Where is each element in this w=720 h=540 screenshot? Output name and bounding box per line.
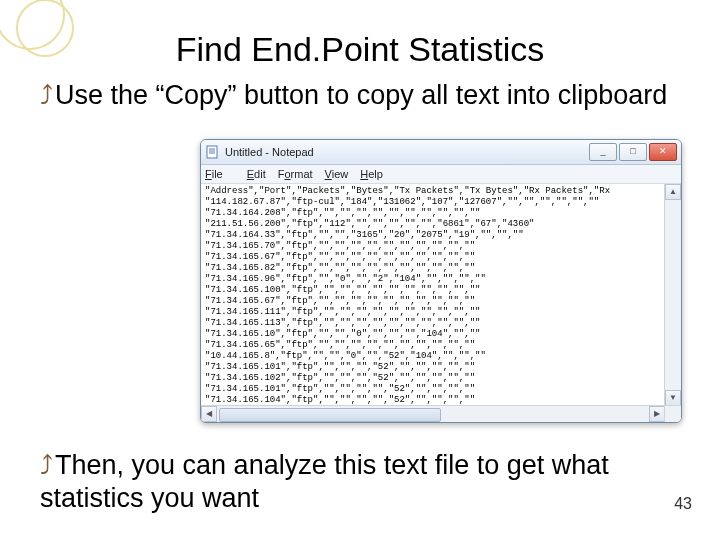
scroll-left-icon[interactable]: ◀ [201, 406, 217, 422]
maximize-button[interactable]: □ [619, 143, 647, 161]
notepad-content: "Address","Port","Packets","Bytes","Tx P… [205, 186, 661, 417]
scroll-down-icon[interactable]: ▼ [665, 390, 681, 406]
menu-edit[interactable]: Edit [247, 168, 266, 180]
slide-title: Find End.Point Statistics [30, 20, 690, 69]
notepad-window: Untitled - Notepad _ □ ✕ File Edit Forma… [200, 139, 682, 423]
scroll-right-icon[interactable]: ▶ [649, 406, 665, 422]
notepad-window-title: Untitled - Notepad [225, 146, 589, 158]
menu-help[interactable]: Help [360, 168, 383, 180]
vertical-scrollbar[interactable]: ▲ ▼ [664, 184, 681, 406]
bullet-glyph-icon: ⤴ [40, 450, 53, 480]
window-buttons: _ □ ✕ [589, 143, 677, 161]
notepad-menu-bar: File Edit Format View Help [201, 165, 681, 184]
horizontal-scrollbar[interactable]: ◀ ▶ [201, 405, 665, 422]
notepad-text-area[interactable]: "Address","Port","Packets","Bytes","Tx P… [201, 184, 681, 422]
bullet-glyph-icon: ⤴ [40, 80, 53, 110]
scroll-up-icon[interactable]: ▲ [665, 184, 681, 200]
menu-view[interactable]: View [325, 168, 349, 180]
notepad-screenshot: Untitled - Notepad _ □ ✕ File Edit Forma… [200, 139, 680, 421]
bullet-1: ⤴Use the “Copy” button to copy all text … [40, 79, 690, 113]
bullet-2-text: Then, you can analyze this text file to … [40, 450, 609, 514]
notepad-titlebar: Untitled - Notepad _ □ ✕ [201, 140, 681, 165]
bullet-2: ⤴Then, you can analyze this text file to… [40, 449, 690, 517]
scrollbar-corner [664, 405, 681, 422]
bullet-1-text: Use the “Copy” button to copy all text i… [55, 80, 667, 110]
menu-format[interactable]: Format [278, 168, 313, 180]
scroll-thumb[interactable] [219, 408, 441, 422]
page-number: 43 [674, 494, 692, 514]
svg-rect-2 [207, 146, 217, 158]
menu-file[interactable]: File [205, 168, 235, 180]
minimize-button[interactable]: _ [589, 143, 617, 161]
notepad-app-icon [205, 145, 219, 159]
close-button[interactable]: ✕ [649, 143, 677, 161]
